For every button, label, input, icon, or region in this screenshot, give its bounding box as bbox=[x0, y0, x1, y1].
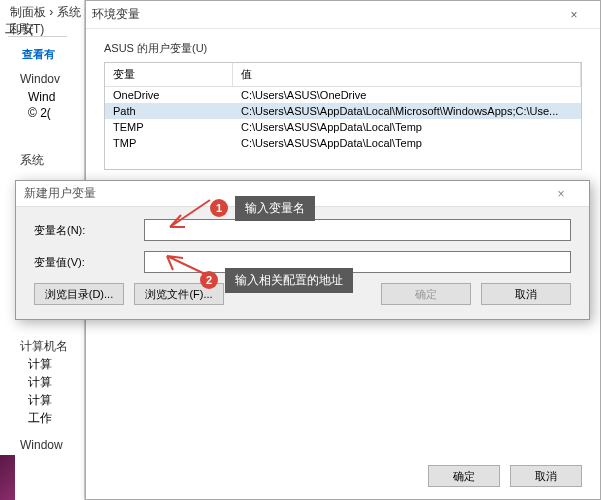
user-variables-table[interactable]: 变量 值 OneDriveC:\Users\ASUS\OneDrive Path… bbox=[104, 62, 582, 170]
bg-text: 系统 bbox=[20, 152, 44, 169]
decorative-bar bbox=[0, 455, 15, 500]
annotation-label: 输入变量名 bbox=[235, 196, 315, 221]
close-button[interactable]: × bbox=[554, 3, 594, 27]
titlebar: 环境变量 × bbox=[86, 1, 600, 29]
col-header-value[interactable]: 值 bbox=[233, 63, 581, 86]
col-header-name[interactable]: 变量 bbox=[105, 63, 233, 86]
view-basic-info-link[interactable]: 查看有 bbox=[22, 47, 55, 62]
bg-text: 计算 bbox=[28, 374, 52, 391]
var-value-label: 变量值(V): bbox=[34, 255, 144, 270]
bg-text: 计算 bbox=[28, 356, 52, 373]
ok-button[interactable]: 确定 bbox=[381, 283, 471, 305]
annotation-badge: 2 bbox=[200, 271, 218, 289]
ok-button[interactable]: 确定 bbox=[428, 465, 500, 487]
table-row[interactable]: PathC:\Users\ASUS\AppData\Local\Microsof… bbox=[105, 103, 581, 119]
cancel-button[interactable]: 取消 bbox=[481, 283, 571, 305]
bg-text: 计算 bbox=[28, 392, 52, 409]
close-icon[interactable]: × bbox=[541, 182, 581, 206]
bg-text: Window bbox=[20, 438, 63, 452]
annotation-badge: 1 bbox=[210, 199, 228, 217]
bg-text: 工作 bbox=[28, 410, 52, 427]
browse-dir-button[interactable]: 浏览目录(D)... bbox=[34, 283, 124, 305]
bg-text: Windov bbox=[20, 72, 60, 86]
dialog-title: 新建用户变量 bbox=[24, 185, 96, 202]
table-row[interactable]: OneDriveC:\Users\ASUS\OneDrive bbox=[105, 87, 581, 103]
annotation-1: 1 输入变量名 bbox=[210, 196, 315, 221]
annotation-2: 2 输入相关配置的地址 bbox=[200, 268, 353, 293]
cancel-button[interactable]: 取消 bbox=[510, 465, 582, 487]
bg-text: 计算机名 bbox=[20, 338, 68, 355]
window-title: 环境变量 bbox=[92, 6, 140, 23]
annotation-arrow-1 bbox=[155, 195, 215, 235]
var-name-label: 变量名(N): bbox=[34, 223, 144, 238]
bg-text: © 2( bbox=[28, 106, 51, 120]
annotation-label: 输入相关配置的地址 bbox=[225, 268, 353, 293]
user-vars-label: ASUS 的用户变量(U) bbox=[104, 41, 582, 56]
table-row[interactable]: TMPC:\Users\ASUS\AppData\Local\Temp bbox=[105, 135, 581, 151]
bg-text: Wind bbox=[28, 90, 55, 104]
table-row[interactable]: TEMPC:\Users\ASUS\AppData\Local\Temp bbox=[105, 119, 581, 135]
